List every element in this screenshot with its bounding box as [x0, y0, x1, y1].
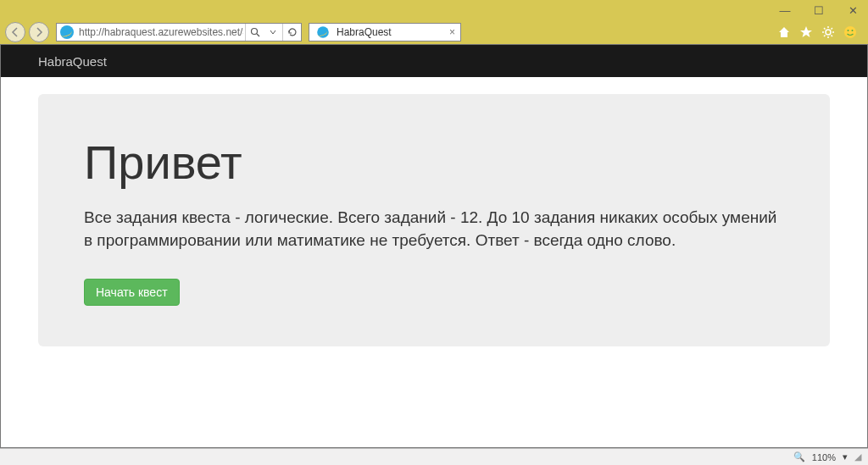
svg-point-11 [844, 26, 856, 38]
gear-icon [821, 25, 835, 39]
ie-logo-icon [60, 25, 74, 39]
browser-toolbar: HabraQuest × [0, 20, 868, 44]
browser-right-icons [776, 25, 863, 40]
minimize-button[interactable]: — [775, 2, 795, 19]
smiley-button[interactable] [843, 25, 858, 40]
resize-grip-icon: ◢ [854, 451, 861, 462]
zoom-level[interactable]: 110% [812, 452, 836, 462]
refresh-button[interactable] [282, 24, 301, 41]
jumbotron: Привет Все задания квеста - логические. … [38, 94, 830, 346]
site-navbar: HabraQuest [1, 45, 867, 77]
zoom-icon: 🔍 [793, 451, 805, 462]
home-button[interactable] [776, 25, 792, 40]
tab-close-button[interactable]: × [448, 26, 457, 38]
browser-tab[interactable]: HabraQuest × [309, 23, 461, 42]
forward-button[interactable] [29, 22, 49, 42]
close-window-button[interactable]: ✕ [843, 2, 863, 19]
home-icon [777, 25, 791, 39]
page-viewport: HabraQuest Привет Все задания квеста - л… [0, 44, 868, 448]
page-heading: Привет [84, 135, 784, 190]
star-icon [799, 25, 813, 39]
smiley-icon [843, 25, 857, 39]
svg-line-10 [832, 28, 833, 30]
address-bar[interactable] [56, 23, 302, 42]
svg-point-13 [852, 30, 854, 31]
search-button[interactable] [245, 24, 264, 41]
tab-title: HabraQuest [333, 26, 448, 38]
chevron-down-icon [270, 29, 276, 36]
svg-line-8 [832, 36, 833, 37]
page-description: Все задания квеста - логические. Всего з… [84, 207, 784, 252]
svg-line-9 [824, 36, 826, 37]
url-input[interactable] [77, 26, 245, 38]
refresh-icon [287, 27, 298, 37]
arrow-right-icon [34, 27, 44, 37]
svg-point-2 [826, 30, 831, 35]
back-button[interactable] [5, 22, 25, 42]
maximize-button[interactable]: ☐ [809, 2, 829, 19]
svg-line-7 [824, 28, 826, 30]
window-titlebar: — ☐ ✕ [0, 0, 868, 20]
search-icon [250, 27, 260, 37]
tab-favicon-icon [317, 26, 329, 38]
favorites-button[interactable] [798, 25, 814, 40]
svg-point-12 [848, 30, 849, 31]
svg-point-0 [251, 29, 257, 35]
status-bar: 🔍 110% ▾ ◢ [0, 448, 868, 465]
arrow-left-icon [10, 27, 20, 37]
tools-button[interactable] [821, 25, 836, 40]
svg-line-1 [257, 34, 259, 36]
brand-link[interactable]: HabraQuest [38, 54, 107, 69]
dropdown-button[interactable] [264, 24, 282, 41]
start-quest-button[interactable]: Начать квест [84, 279, 180, 306]
zoom-dropdown[interactable]: ▾ [843, 451, 848, 462]
